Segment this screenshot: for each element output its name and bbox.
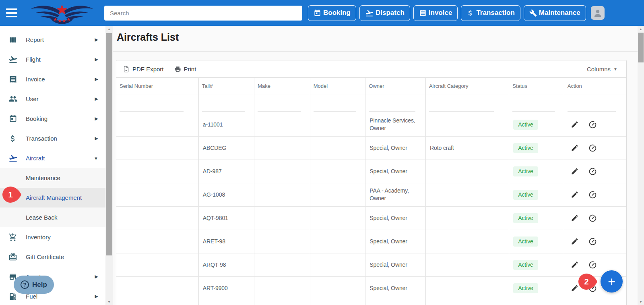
filter-row [116,95,626,113]
transaction-button[interactable]: Transaction [461,5,520,21]
gauge-button[interactable] [588,237,597,246]
cell-tail: AG-1008 [198,183,254,206]
sidebar-item-transaction[interactable]: Transaction ▶ [0,129,105,148]
column-header-action[interactable]: Action [564,78,626,95]
company-logo[interactable] [26,1,98,25]
sidebar-item-label: Fuel [26,293,37,300]
dollar-icon [8,134,18,143]
booking-button[interactable]: Booking [308,5,356,21]
sidebar-item-lease-back[interactable]: Lease Back [0,207,105,227]
filter-serial-input[interactable] [120,105,184,112]
edit-button[interactable] [571,261,579,269]
filter-tail-input[interactable] [202,105,245,112]
topbar: Booking Dispatch Invoice Transaction Mai… [0,0,644,26]
gauge-button[interactable] [588,261,597,269]
edit-button[interactable] [571,144,579,152]
cell-make [254,253,310,276]
sidebar-item-gift-certificate[interactable]: Gift Certificate [0,247,105,267]
sidebar-scrollbar[interactable]: ▲ ▼ [105,26,113,305]
filter-model-input[interactable] [314,105,356,112]
columns-dropdown[interactable]: Columns ▼ [587,66,617,73]
cell-status: Active [509,136,564,160]
scroll-up-icon[interactable]: ▲ [105,26,113,32]
scroll-down-icon[interactable]: ▼ [638,299,644,305]
page-scrollbar[interactable]: ▲ ▼ [638,26,644,305]
filter-action-input[interactable] [568,105,616,112]
edit-button[interactable] [571,167,579,175]
edit-button[interactable] [571,191,579,199]
sidebar-item-report[interactable]: Report ▶ [0,30,105,50]
scroll-down-icon[interactable]: ▼ [105,299,113,305]
sidebar-item-booking[interactable]: Booking ▶ [0,109,105,129]
add-aircraft-fab[interactable]: + [601,270,623,293]
calendar-icon [8,114,18,124]
sidebar-item-aircraft[interactable]: Aircraft ▼ [0,148,105,168]
cell-category [425,253,509,276]
gauge-button[interactable] [588,167,597,176]
gauge-button[interactable] [588,191,597,199]
column-header-owner[interactable]: Owner [365,78,426,95]
filter-make-input[interactable] [258,105,301,112]
gauge-button[interactable] [588,120,597,129]
cell-owner: Special, Owner [365,206,426,230]
cell-make [254,206,310,230]
scrollbar-thumb[interactable] [106,33,112,255]
maintenance-button[interactable]: Maintenance [524,5,586,21]
column-header-model[interactable]: Model [310,78,365,95]
plus-icon: + [608,274,615,289]
invoice-button[interactable]: Invoice [413,5,458,21]
cell-category [425,276,509,300]
column-header-status[interactable]: Status [509,78,564,95]
cell-model [310,230,365,253]
status-badge: Active [513,213,538,223]
sidebar-item-flight[interactable]: Flight ▶ [0,50,105,69]
chevron-right-icon: ▶ [95,77,98,82]
scrollbar-thumb[interactable] [638,33,644,62]
cell-model [310,183,365,206]
user-avatar[interactable] [591,6,605,20]
edit-icon [571,261,579,269]
edit-icon [571,120,579,129]
scroll-up-icon[interactable]: ▲ [638,26,644,32]
edit-button[interactable] [571,214,579,222]
cell-owner: PAA - Academy, Owner [365,183,426,206]
dollar-icon [466,9,474,17]
sidebar-item-label: Aircraft [26,155,45,162]
column-header-serial[interactable]: Serial Number [116,78,198,95]
menu-icon[interactable] [6,8,17,17]
aircrafts-card: PDF Export Print Columns ▼ [116,60,627,305]
status-badge: Active [513,283,538,293]
bar-chart-icon [8,35,18,45]
help-button[interactable]: ? Help [14,276,54,294]
sidebar-item-invoice[interactable]: Invoice ▶ [0,69,105,89]
cell-owner: Special, Owner [365,136,426,160]
column-header-tail[interactable]: Tail# [198,78,254,95]
edit-button[interactable] [571,237,579,245]
sidebar-item-user[interactable]: User ▶ [0,89,105,109]
pdf-export-button[interactable]: PDF Export [123,66,164,73]
filter-category-input[interactable] [429,105,494,112]
search-input[interactable] [104,6,302,21]
cell-status: Active [509,276,564,300]
cell-make [254,276,310,300]
filter-status-input[interactable] [512,105,555,112]
gauge-icon [588,261,597,269]
edit-button[interactable] [571,120,579,129]
edit-button[interactable] [571,284,579,292]
sidebar-item-inventory[interactable]: Inventory [0,227,105,247]
cell-category [425,206,509,230]
print-button[interactable]: Print [174,66,196,73]
filter-owner-input[interactable] [369,105,415,112]
cell-tail: a-11001 [198,113,254,136]
column-header-make[interactable]: Make [254,78,310,95]
column-header-category[interactable]: Aircraft Category [425,78,509,95]
dispatch-button[interactable]: Dispatch [359,5,410,21]
gauge-button[interactable] [588,214,597,222]
table-row: ARQT-98 Special, Owner Active [116,253,626,276]
cell-tail: ARQT-98 [198,253,254,276]
receipt-icon [8,75,18,84]
cell-model [310,276,365,300]
sidebar-item-label: Report [26,36,44,43]
gauge-button[interactable] [588,144,597,152]
sidebar-item-maintenance[interactable]: Maintenance [0,168,105,188]
